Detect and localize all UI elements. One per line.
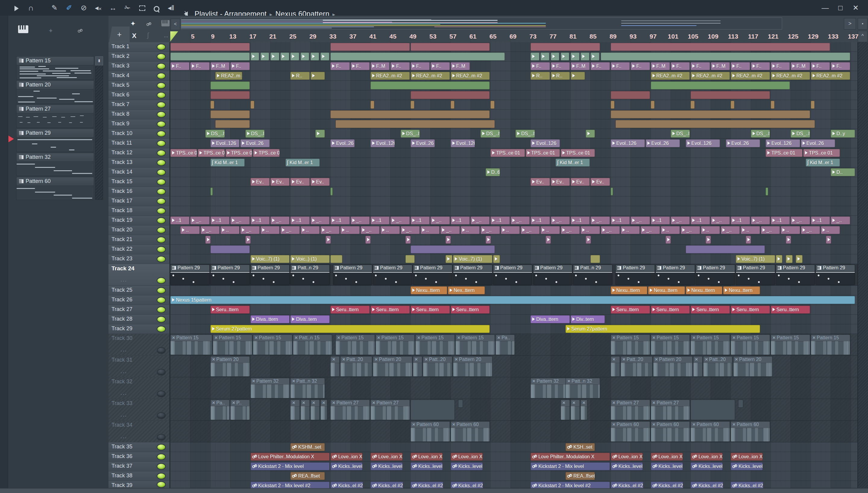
link-icon[interactable] [146, 20, 152, 28]
clip[interactable]: Kicks..el #2 [691, 481, 723, 488]
clip[interactable] [215, 120, 249, 128]
clip[interactable]: ×Pattern 15 [375, 335, 415, 355]
stretch-tool-icon[interactable]: ↔ [163, 32, 169, 40]
clip[interactable] [570, 52, 580, 61]
scroll-right-button[interactable]: > [844, 18, 856, 29]
clip[interactable]: Ev.. [530, 178, 550, 186]
clip[interactable]: _.. [190, 216, 210, 224]
clip[interactable] [405, 236, 411, 244]
clip[interactable] [746, 236, 751, 244]
track-name-cell[interactable]: Track 14 [108, 168, 169, 177]
clip[interactable]: Kicks..el #2 [651, 481, 683, 488]
track-mute-led[interactable] [157, 131, 165, 136]
clip[interactable] [611, 188, 613, 196]
track-name-cell[interactable]: Track 9 [108, 119, 169, 129]
clip[interactable]: ×Pa.. [496, 335, 515, 355]
track-row[interactable]: .._...._...._...._...._...._...._...._..… [170, 226, 858, 235]
clip[interactable] [335, 120, 495, 128]
clip[interactable]: TPS..ce 01 [490, 149, 525, 157]
track-mute-led[interactable] [157, 44, 165, 50]
track-name-cell[interactable]: Track 5 [108, 81, 169, 90]
clip[interactable]: Love..ion X [370, 453, 403, 461]
clip[interactable]: Ev.. [551, 178, 570, 186]
clip[interactable]: ..1 [731, 216, 750, 224]
clip[interactable]: Ev.. [290, 178, 309, 186]
track-name-cell[interactable]: Track 3 [108, 62, 169, 71]
track-row[interactable]: D..6D.. [170, 168, 858, 177]
clip[interactable]: ..1 [210, 216, 230, 224]
clip[interactable] [330, 43, 410, 51]
pattern-thumbnail[interactable] [16, 162, 94, 176]
clip[interactable]: .. [781, 226, 800, 234]
clip[interactable]: Kicks..el #2 [731, 481, 763, 488]
scroll-left-button[interactable]: < [171, 19, 180, 30]
clip[interactable]: ×Pattern 20 [733, 356, 773, 377]
clip[interactable]: Voic..) (1) [290, 255, 330, 263]
clip[interactable] [210, 245, 250, 253]
clip[interactable]: _.. [350, 216, 370, 224]
close-button[interactable]: ✕ [849, 0, 863, 16]
delete-tool-icon[interactable]: X [132, 32, 136, 40]
clip[interactable]: Ev.. [590, 178, 610, 186]
track-row[interactable]: TPS..ce 01TPS..ce 01TPS..ce 01TPS..ce 01… [170, 148, 858, 158]
track-row[interactable] [170, 206, 858, 216]
track-row[interactable]: F..F..F..MF..F..F..F..MF..F..F..F..MF..F… [170, 62, 858, 71]
clip[interactable]: Pattern 29 [533, 264, 573, 285]
clip[interactable] [530, 52, 540, 61]
playlist-grid[interactable]: F..F..F..MF..F..F..F..MF..F..F..F..MF..F… [170, 42, 858, 488]
clip[interactable]: REA..ffset [290, 472, 325, 480]
slip-tool-icon[interactable]: ✎ [48, 0, 61, 16]
track-mute-led[interactable] [157, 413, 165, 418]
track-name-cell[interactable]: Track 35 [108, 442, 169, 452]
clip[interactable]: REA2..m #2 [811, 72, 850, 80]
clip[interactable]: DS_..ly [790, 130, 810, 138]
clip[interactable]: REA2..m #2 [731, 72, 770, 80]
track-row[interactable]: Seru..tternSeru..tternSeru..tternSeru..t… [170, 305, 858, 315]
clip[interactable]: Pattern 29 [251, 264, 290, 285]
track-mute-led[interactable] [157, 218, 165, 223]
track-name-cell[interactable]: Track 27 [108, 305, 169, 315]
clip[interactable]: ..1 [251, 216, 270, 224]
track-mute-led[interactable] [157, 150, 165, 156]
track-name-cell[interactable]: Track 25 [108, 286, 169, 295]
track-name-cell[interactable]: Track 38 [108, 471, 169, 481]
clip[interactable]: _.. [230, 216, 249, 224]
track-mute-led[interactable] [157, 391, 165, 396]
pattern-item[interactable]: Pattern 60 [16, 177, 94, 200]
clip[interactable] [586, 130, 595, 138]
track-row[interactable]: Voic..7) (1)Voic..) (1)Voic..7) (1)Voic.… [170, 254, 858, 264]
clip[interactable]: D..y [831, 130, 855, 138]
clip[interactable] [551, 52, 560, 61]
track-row[interactable]: Pattern 29Pattern 29Pattern 29Patt..n 29… [170, 264, 858, 286]
clip[interactable]: Evol..26 [240, 139, 270, 147]
clip[interactable] [330, 110, 490, 119]
clip[interactable]: Kicks..level [411, 462, 443, 470]
clip[interactable]: Diva..tern [290, 315, 330, 323]
clip[interactable]: F.. [731, 62, 750, 70]
clip[interactable]: _.. [361, 226, 380, 234]
clip[interactable]: ×Pattern 27 [330, 400, 370, 420]
track-row[interactable]: ×Pattern 60×Pattern 60×Pattern 60×Patter… [170, 421, 858, 442]
clip[interactable]: KSH..set [565, 443, 595, 451]
track-row[interactable] [170, 187, 858, 196]
track-mute-led[interactable] [157, 64, 165, 69]
track-name-cell[interactable]: Track 4 [108, 71, 169, 81]
clip[interactable]: _.. [511, 216, 530, 224]
clip[interactable]: DS_..ly [515, 130, 535, 138]
clip[interactable] [493, 255, 500, 263]
track-row[interactable] [170, 196, 858, 206]
clip[interactable]: _.. [471, 216, 490, 224]
clip[interactable] [611, 43, 830, 51]
clip[interactable]: ×Patt..20 [340, 356, 372, 377]
picker-tab-piano[interactable] [18, 25, 28, 35]
clip[interactable] [738, 400, 743, 408]
clip[interactable]: ×Patt..20 [703, 356, 733, 377]
track-name-cell[interactable]: Track 18 [108, 206, 169, 216]
track-mute-led[interactable] [157, 92, 165, 98]
clip[interactable]: Ev.. [270, 178, 290, 186]
clip[interactable]: × [561, 400, 570, 420]
picker-tab-automation[interactable] [77, 27, 84, 34]
clip[interactable]: ×Patt..20 [423, 356, 452, 377]
track-mute-led[interactable] [157, 73, 165, 79]
clip[interactable]: ..1 [811, 216, 830, 224]
